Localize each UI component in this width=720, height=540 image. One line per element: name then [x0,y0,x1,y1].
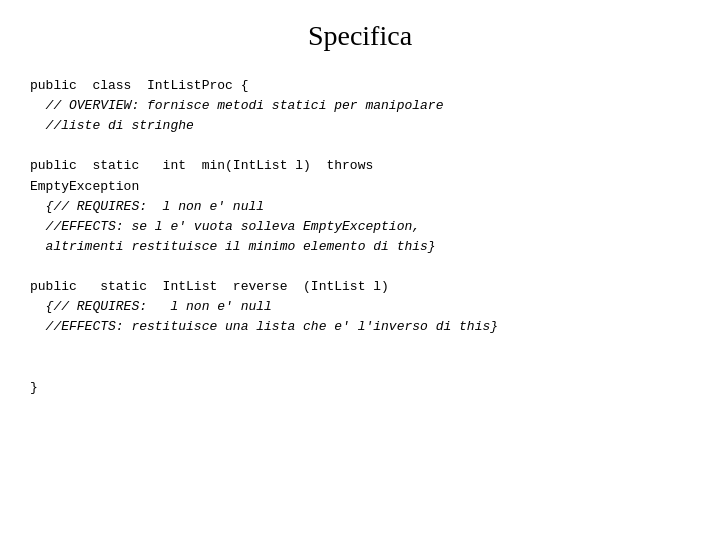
page-title: Specifica [30,20,690,52]
class-header-code: public class IntListProc { // OVERVIEW: … [30,76,690,136]
line-closing-brace: } [30,380,38,395]
line-class-decl: public class IntListProc { [30,78,248,93]
content-area: public class IntListProc { // OVERVIEW: … [30,76,690,398]
class-header-section: public class IntListProc { // OVERVIEW: … [30,76,690,136]
reverse-method-section: public static IntList reverse (IntList l… [30,277,690,337]
line-min-sig1: public static int min(IntList l) throws [30,158,373,173]
page-container: Specifica public class IntListProc { // … [0,0,720,540]
line-min-sig2: EmptyException [30,179,139,194]
min-method-code: public static int min(IntList l) throws … [30,156,690,257]
title-area: Specifica [30,20,690,52]
line-min-req: {// REQUIRES: l non e' null [30,199,264,214]
reverse-method-code: public static IntList reverse (IntList l… [30,277,690,337]
closing-code: } [30,358,690,398]
line-min-eff1: //EFFECTS: se l e' vuota solleva EmptyEx… [30,219,420,234]
min-method-section: public static int min(IntList l) throws … [30,156,690,257]
line-min-eff2: altrimenti restituisce il minimo element… [30,239,436,254]
line-rev-eff: //EFFECTS: restituisce una lista che e' … [30,319,498,334]
line-rev-sig: public static IntList reverse (IntList l… [30,279,389,294]
closing-section: } [30,358,690,398]
line-overview-1: // OVERVIEW: fornisce metodi statici per… [30,98,443,113]
line-rev-req: {// REQUIRES: l non e' null [30,299,272,314]
line-overview-2: //liste di stringhe [30,118,194,133]
